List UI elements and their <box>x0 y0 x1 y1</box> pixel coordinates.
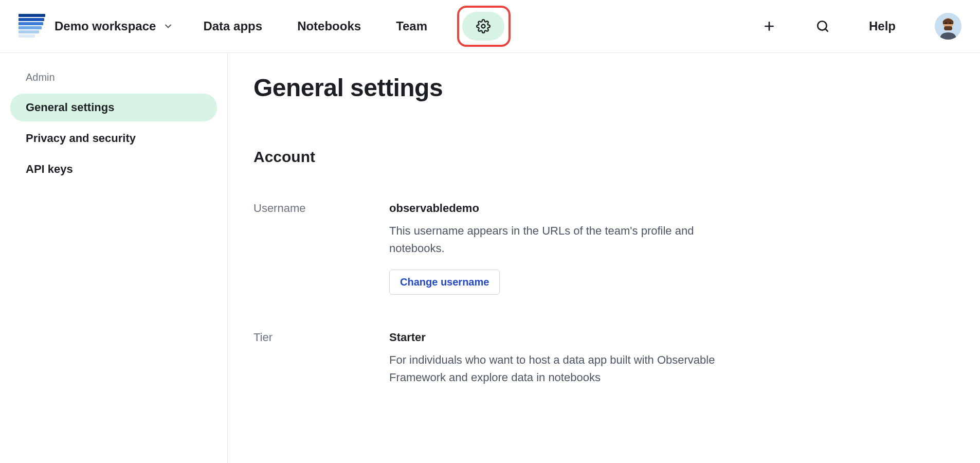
avatar[interactable] <box>935 13 961 40</box>
tier-description: For individuals who want to host a data … <box>389 351 729 386</box>
field-username: Username observabledemo This username ap… <box>253 202 954 295</box>
sidebar-heading: Admin <box>26 72 217 83</box>
nav-team[interactable]: Team <box>396 19 427 33</box>
plus-icon <box>763 20 776 33</box>
section-account-title: Account <box>253 148 954 166</box>
svg-rect-7 <box>944 26 952 30</box>
svg-point-9 <box>950 23 951 24</box>
svg-point-0 <box>482 25 485 28</box>
main-content: General settings Account Username observ… <box>228 53 980 463</box>
svg-point-8 <box>946 23 947 24</box>
sidebar-item-label: Privacy and security <box>26 132 136 145</box>
page-title: General settings <box>253 74 954 102</box>
sidebar-item-general-settings[interactable]: General settings <box>10 94 217 121</box>
observable-logo[interactable] <box>19 14 45 39</box>
nav-data-apps[interactable]: Data apps <box>203 19 262 33</box>
tier-value: Starter <box>389 331 954 344</box>
chevron-down-icon <box>163 21 173 31</box>
nav-notebooks[interactable]: Notebooks <box>297 19 361 33</box>
username-value: observabledemo <box>389 202 954 215</box>
sidebar-item-label: General settings <box>26 101 114 114</box>
avatar-icon <box>935 13 961 40</box>
sidebar-item-api-keys[interactable]: API keys <box>10 155 217 183</box>
username-description: This username appears in the URLs of the… <box>389 222 729 257</box>
gear-icon <box>476 19 491 33</box>
change-username-button[interactable]: Change username <box>389 270 500 295</box>
workspace-name: Demo workspace <box>55 19 156 33</box>
field-label-tier: Tier <box>253 331 389 399</box>
main-nav: Data apps Notebooks Team <box>203 12 504 41</box>
search-icon <box>816 20 829 33</box>
nav-settings[interactable] <box>462 12 504 41</box>
field-tier: Tier Starter For individuals who want to… <box>253 331 954 399</box>
sidebar: Admin General settings Privacy and secur… <box>0 53 228 463</box>
help-link[interactable]: Help <box>869 19 896 33</box>
workspace-selector[interactable]: Demo workspace <box>55 19 173 33</box>
svg-line-4 <box>825 29 828 31</box>
search-button[interactable] <box>815 19 830 33</box>
sidebar-item-privacy-security[interactable]: Privacy and security <box>10 124 217 152</box>
add-button[interactable] <box>762 19 776 33</box>
topbar-right: Help <box>762 13 961 40</box>
topbar: Demo workspace Data apps Notebooks Team … <box>0 0 980 53</box>
field-label-username: Username <box>253 202 389 295</box>
sidebar-item-label: API keys <box>26 163 73 175</box>
